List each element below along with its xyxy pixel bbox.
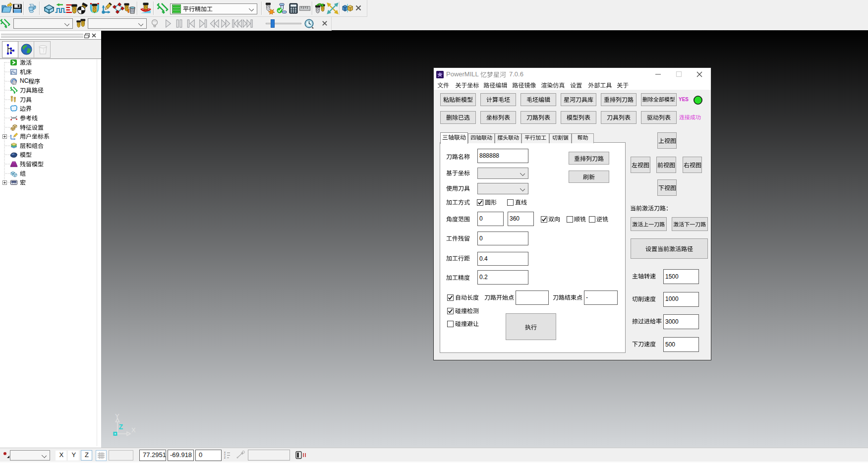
svg-text:X: X bbox=[131, 426, 136, 434]
svg-text:Z: Z bbox=[224, 457, 226, 460]
svg-text:Z: Z bbox=[119, 423, 123, 431]
svg-text:Y: Y bbox=[115, 412, 119, 420]
